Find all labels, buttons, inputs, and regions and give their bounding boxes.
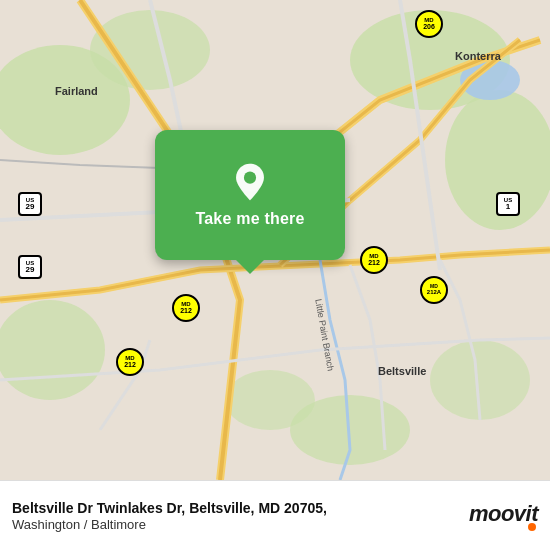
take-me-there-button[interactable]: Take me there bbox=[155, 130, 345, 260]
moovit-dot bbox=[528, 523, 536, 531]
svg-point-8 bbox=[225, 370, 315, 430]
us-1-badge-right: US 1 bbox=[496, 192, 520, 216]
location-pin-icon bbox=[230, 162, 270, 202]
address-line: Beltsville Dr Twinlakes Dr, Beltsville, … bbox=[12, 499, 461, 517]
moovit-logo: moovit bbox=[469, 501, 538, 531]
take-me-there-label: Take me there bbox=[195, 210, 304, 228]
us-29-badge-left: US 29 bbox=[18, 192, 42, 216]
city-line: Washington / Baltimore bbox=[12, 517, 461, 532]
map-container: Fairland Konterra Beltsville Little Pain… bbox=[0, 0, 550, 480]
moovit-word: moovit bbox=[469, 501, 538, 526]
md-212-badge-mid: MD 212 bbox=[360, 246, 388, 274]
address-block: Beltsville Dr Twinlakes Dr, Beltsville, … bbox=[12, 499, 461, 532]
svg-point-4 bbox=[90, 10, 210, 90]
svg-point-11 bbox=[244, 172, 256, 184]
moovit-text: moovit bbox=[469, 501, 538, 527]
svg-point-6 bbox=[0, 300, 105, 400]
beltsville-label: Beltsville bbox=[378, 365, 426, 377]
md-206-badge: MD 206 bbox=[415, 10, 443, 38]
md-212-badge-bot: MD 212 bbox=[116, 348, 144, 376]
md-212-badge-mid2: MD 212 bbox=[172, 294, 200, 322]
md-212a-badge: MD 212A bbox=[420, 276, 448, 304]
fairland-label: Fairland bbox=[55, 85, 98, 97]
bottom-bar: Beltsville Dr Twinlakes Dr, Beltsville, … bbox=[0, 480, 550, 550]
konterra-label: Konterra bbox=[455, 50, 501, 62]
us-29-badge-left2: US 29 bbox=[18, 255, 42, 279]
